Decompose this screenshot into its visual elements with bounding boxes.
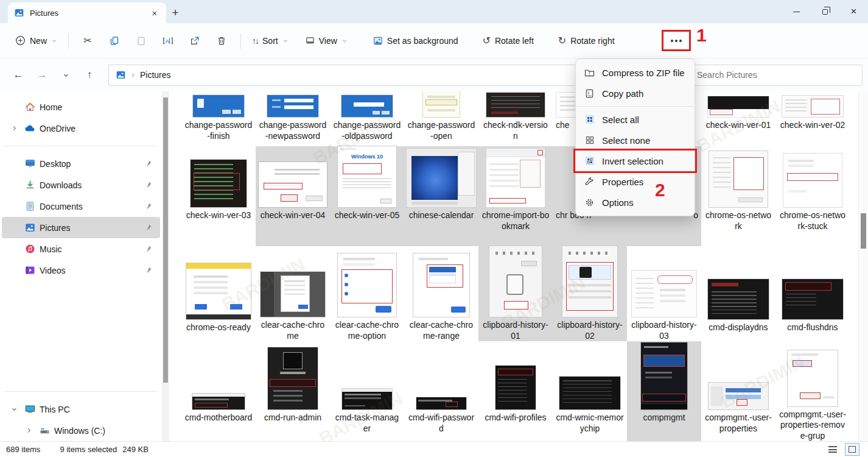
sidebar-item-desktop[interactable]: Desktop bbox=[2, 153, 160, 174]
thumbnail-view-button[interactable] bbox=[845, 443, 859, 456]
file-thumbnail bbox=[259, 162, 327, 207]
see-more-button[interactable] bbox=[663, 32, 689, 49]
file-item-chinese-calendar[interactable]: chinese-calendar bbox=[404, 146, 478, 246]
new-tab-button[interactable]: + bbox=[166, 2, 184, 23]
new-button[interactable]: New bbox=[10, 31, 63, 50]
breadcrumb[interactable]: Pictures bbox=[140, 70, 171, 80]
file-item-compmgmt-user-properties[interactable]: compmgmt.-user-properties bbox=[701, 341, 775, 441]
file-item-check-win-ver-05[interactable]: Windows 10check-win-ver-05 bbox=[330, 146, 404, 246]
file-item-chrome-os-ready[interactable]: chrome-os-ready bbox=[181, 246, 256, 341]
tab-pictures[interactable]: Pictures × bbox=[8, 2, 166, 23]
file-item-cmd-wmic-memorychip[interactable]: cmd-wmic-memorychip bbox=[553, 341, 627, 441]
file-item-label: chrome-os-network-stuck bbox=[777, 210, 849, 232]
file-item-cmd-motherboard[interactable]: cmd-motherboard bbox=[181, 341, 256, 441]
sidebar-scrollbar-thumb[interactable] bbox=[163, 97, 168, 383]
file-item-change-password-open[interactable]: change-password-open bbox=[404, 91, 478, 146]
sidebar-item-pictures[interactable]: Pictures bbox=[2, 217, 160, 238]
back-button[interactable]: ← bbox=[9, 65, 28, 85]
share-button[interactable] bbox=[181, 30, 208, 52]
chevron-right-icon[interactable] bbox=[23, 427, 35, 434]
sidebar-item-windows-c[interactable]: Windows (C:) bbox=[2, 420, 160, 441]
up-button[interactable]: ↑ bbox=[80, 65, 99, 85]
recent-locations-button[interactable] bbox=[56, 65, 75, 85]
file-item-cmd-flushdns[interactable]: cmd-flushdns bbox=[775, 246, 850, 341]
sidebar-item-music[interactable]: Music bbox=[2, 238, 160, 260]
thumbnail-zone bbox=[553, 341, 627, 409]
rotate-right-button[interactable]: ↻ Rotate right bbox=[553, 30, 620, 51]
delete-button[interactable] bbox=[208, 30, 235, 52]
file-item-check-win-ver-04[interactable]: check-win-ver-04 bbox=[256, 146, 330, 246]
file-item-label: cmd-wmic-memorychip bbox=[554, 413, 626, 434]
menu-item-copy-path[interactable]: Copy path bbox=[576, 83, 695, 104]
set-as-background-button[interactable]: Set as background bbox=[368, 32, 464, 50]
file-item-change-password-finish[interactable]: change-password-finish bbox=[181, 91, 256, 146]
file-item-compmgmt[interactable]: compmgmt bbox=[627, 341, 701, 441]
file-item-compmgmt-user-properties-remove-grup[interactable]: compmgmt.-user-properties-remove-grup bbox=[775, 341, 850, 441]
search-input[interactable] bbox=[690, 65, 863, 86]
file-item-check-win-ver-03[interactable]: check-win-ver-03 bbox=[181, 146, 256, 246]
file-item-clear-cache-chrome[interactable]: clear-cache-chrome bbox=[256, 246, 330, 341]
sidebar-item-home[interactable]: Home bbox=[2, 96, 160, 118]
vertical-scrollbar-thumb[interactable] bbox=[861, 213, 866, 249]
thumbnail-zone bbox=[478, 246, 553, 317]
thumbnail-zone bbox=[181, 146, 256, 207]
file-item-clipboard-history-01[interactable]: clipboard-history-01 bbox=[478, 246, 553, 341]
file-item-clipboard-history-03[interactable]: clipboard-history-03 bbox=[627, 246, 701, 341]
sidebar-scrollbar[interactable] bbox=[162, 91, 169, 441]
file-item-chrome-os-network[interactable]: chrome-os-network bbox=[701, 146, 775, 246]
file-item-clipboard-history-02[interactable]: clipboard-history-02 bbox=[553, 246, 627, 341]
file-item-check-win-ver-01[interactable]: check-win-ver-01 bbox=[701, 91, 775, 146]
thumbnail-zone bbox=[256, 246, 330, 317]
menu-item-properties[interactable]: Properties bbox=[576, 171, 695, 192]
file-thumbnail bbox=[261, 272, 325, 317]
close-button[interactable]: × bbox=[839, 0, 868, 23]
file-item-label: check-win-ver-03 bbox=[183, 210, 254, 221]
paste-button[interactable] bbox=[128, 30, 155, 52]
file-item-change-password-newpassword[interactable]: change-password-newpassword bbox=[256, 91, 330, 146]
file-item-change-password-oldpassword[interactable]: change-password-oldpassword bbox=[330, 91, 404, 146]
sidebar-item-onedrive[interactable]: OneDrive bbox=[2, 118, 160, 139]
sort-button[interactable]: ↑↓ Sort bbox=[247, 32, 294, 50]
cut-button[interactable]: ✂ bbox=[74, 30, 101, 52]
tab-close-button[interactable]: × bbox=[149, 7, 160, 18]
menu-item-invert-selection[interactable]: Invert selection bbox=[576, 151, 695, 171]
menu-item-select-all[interactable]: Select all bbox=[576, 109, 695, 130]
menu-item-compress-to-zip-file[interactable]: Compress to ZIP file bbox=[576, 62, 695, 83]
sidebar-item-downloads[interactable]: Downloads bbox=[2, 174, 160, 196]
file-thumbnail bbox=[632, 271, 696, 317]
thumbnail-zone bbox=[701, 146, 775, 207]
view-button[interactable]: View bbox=[300, 32, 353, 50]
file-item-chrome-os-network-stuck[interactable]: chrome-os-network-stuck bbox=[775, 146, 850, 246]
maximize-button[interactable] bbox=[811, 0, 839, 23]
rotate-left-button[interactable]: ↺ Rotate left bbox=[477, 30, 539, 51]
menu-item-options[interactable]: Options bbox=[576, 192, 695, 213]
file-item-label: cmd-wifi-password bbox=[405, 413, 477, 434]
file-thumbnail bbox=[486, 93, 545, 117]
file-item-cmd-displaydns[interactable]: cmd-displaydns bbox=[701, 246, 775, 341]
file-item-clear-cache-chrome-option[interactable]: clear-cache-chrome-option bbox=[330, 246, 404, 341]
file-item-cmd-wifi-profiles[interactable]: cmd-wifi-profiles bbox=[478, 341, 553, 441]
file-item-check-ndk-version[interactable]: check-ndk-version bbox=[478, 91, 553, 146]
file-item-label: chrome-os-ready bbox=[183, 322, 254, 333]
sidebar-item-this-pc[interactable]: This PC bbox=[2, 399, 160, 420]
file-item-cmd-wifi-password[interactable]: cmd-wifi-password bbox=[404, 341, 478, 441]
documents-icon bbox=[24, 201, 36, 211]
minimize-button[interactable] bbox=[782, 0, 811, 23]
copy-button[interactable] bbox=[101, 30, 128, 52]
details-view-button[interactable] bbox=[825, 443, 840, 456]
vertical-scrollbar[interactable] bbox=[858, 91, 868, 441]
sidebar-item-documents[interactable]: Documents bbox=[2, 196, 160, 217]
file-item-chrome-import-bookmark[interactable]: chrome-import-bookmark bbox=[478, 146, 553, 246]
sidebar-item-videos[interactable]: Videos bbox=[2, 260, 160, 281]
chevron-down-icon[interactable] bbox=[8, 406, 21, 413]
menu-item-select-none[interactable]: Select none bbox=[576, 130, 695, 151]
thumbnail-zone bbox=[256, 91, 330, 117]
file-item-check-win-ver-02[interactable]: check-win-ver-02 bbox=[775, 91, 850, 146]
file-item-cmd-task-manager[interactable]: cmd-task-manager bbox=[330, 341, 404, 441]
forward-button[interactable]: → bbox=[32, 65, 52, 85]
thumbnail-zone bbox=[330, 246, 404, 317]
chevron-right-icon[interactable] bbox=[8, 125, 21, 132]
file-item-clear-cache-chrome-range[interactable]: clear-cache-chrome-range bbox=[404, 246, 478, 341]
file-item-cmd-run-admin[interactable]: cmd-run-admin bbox=[256, 341, 330, 441]
rename-button[interactable]: A bbox=[155, 30, 181, 52]
